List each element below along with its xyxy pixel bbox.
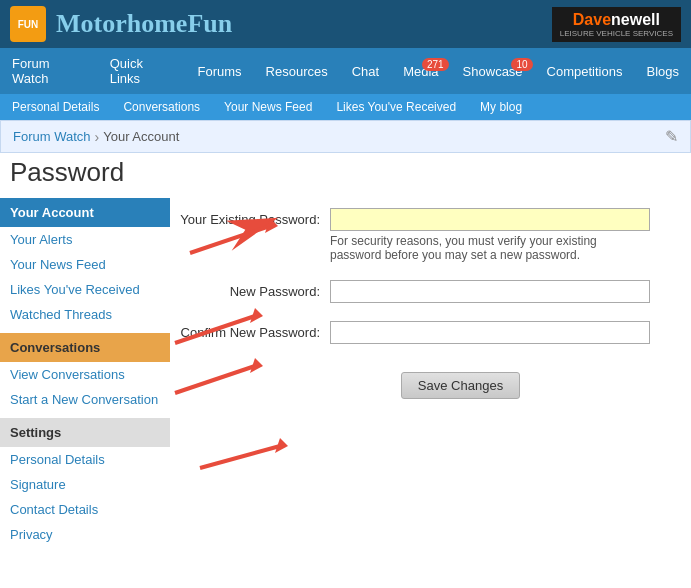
nav-forum-watch[interactable]: Forum Watch — [0, 48, 98, 94]
advertiser-banner: Davenewell LEISURE VEHICLE SERVICES — [552, 7, 681, 42]
save-changes-button[interactable]: Save Changes — [401, 372, 520, 399]
sidebar-watched-threads[interactable]: Watched Threads — [0, 302, 170, 327]
advertiser-sub: LEISURE VEHICLE SERVICES — [560, 29, 673, 38]
confirm-password-input[interactable] — [330, 321, 650, 344]
subnav-conversations[interactable]: Conversations — [119, 98, 204, 116]
main-navigation: Forum Watch Quick Links Forums Resources… — [0, 48, 691, 94]
nav-competitions[interactable]: Competitions — [535, 56, 635, 87]
sidebar-group-account: Your Account Your Alerts Your News Feed … — [0, 198, 170, 327]
sidebar: Your Account Your Alerts Your News Feed … — [0, 198, 170, 549]
nav-blogs[interactable]: Blogs — [634, 56, 691, 87]
confirm-password-row: Confirm New Password: — [180, 321, 681, 344]
new-password-field-container — [330, 280, 681, 303]
advertiser-name1: Dave — [573, 11, 611, 28]
confirm-password-field-container — [330, 321, 681, 344]
logo-part2: Fun — [187, 9, 232, 38]
sub-navigation: Personal Details Conversations Your News… — [0, 94, 691, 120]
logo-icon: FUN — [10, 6, 46, 42]
nav-resources[interactable]: Resources — [254, 56, 340, 87]
main-form-area: Your Existing Password: For security rea… — [170, 198, 691, 549]
sidebar-group-conversations: Conversations View Conversations Start a… — [0, 333, 170, 412]
page-title-area: Password — [0, 153, 691, 198]
subnav-personal-details[interactable]: Personal Details — [8, 98, 103, 116]
sidebar-new-conversation[interactable]: Start a New Conversation — [0, 387, 170, 412]
subnav-likes[interactable]: Likes You've Received — [332, 98, 460, 116]
page-title: Password — [10, 157, 681, 188]
sidebar-signature[interactable]: Signature — [0, 472, 170, 497]
breadcrumb-current: Your Account — [103, 129, 179, 144]
sidebar-contact-details[interactable]: Contact Details — [0, 497, 170, 522]
new-password-label: New Password: — [180, 280, 330, 301]
existing-password-row: Your Existing Password: For security rea… — [180, 208, 681, 262]
breadcrumb-forum-watch[interactable]: Forum Watch — [13, 129, 91, 144]
existing-password-hint: For security reasons, you must verify yo… — [330, 234, 650, 262]
breadcrumb: Forum Watch › Your Account ✎ — [0, 120, 691, 153]
breadcrumb-edit-icon: ✎ — [665, 127, 678, 146]
svg-line-7 — [200, 446, 280, 468]
content-body: Your Account Your Alerts Your News Feed … — [0, 198, 691, 549]
existing-password-input[interactable] — [330, 208, 650, 231]
confirm-password-label: Confirm New Password: — [180, 321, 330, 342]
logo-part1: Motorhome — [56, 9, 187, 38]
sidebar-privacy[interactable]: Privacy — [0, 522, 170, 547]
sidebar-news-feed[interactable]: Your News Feed — [0, 252, 170, 277]
site-logo: MotorhomeFun — [56, 9, 542, 39]
subnav-news-feed[interactable]: Your News Feed — [220, 98, 316, 116]
nav-chat[interactable]: Chat — [340, 56, 391, 87]
sidebar-view-conversations[interactable]: View Conversations — [0, 362, 170, 387]
save-button-row: Save Changes — [180, 362, 681, 409]
breadcrumb-separator: › — [95, 129, 100, 145]
site-header: FUN MotorhomeFun Davenewell LEISURE VEHI… — [0, 0, 691, 48]
sidebar-your-alerts[interactable]: Your Alerts — [0, 227, 170, 252]
showcase-badge: 10 — [511, 58, 532, 71]
media-badge: 271 — [422, 58, 449, 71]
existing-password-field-container: For security reasons, you must verify yo… — [330, 208, 681, 262]
sidebar-header-account: Your Account — [0, 198, 170, 227]
advertiser-name2: newell — [611, 11, 660, 28]
sidebar-header-conversations: Conversations — [0, 333, 170, 362]
nav-showcase[interactable]: Showcase10 — [451, 56, 535, 87]
subnav-blog[interactable]: My blog — [476, 98, 526, 116]
nav-forums[interactable]: Forums — [186, 56, 254, 87]
sidebar-header-settings: Settings — [0, 418, 170, 447]
sidebar-group-settings: Settings Personal Details Signature Cont… — [0, 418, 170, 547]
nav-quick-links[interactable]: Quick Links — [98, 48, 186, 94]
password-form: Your Existing Password: For security rea… — [180, 198, 681, 419]
existing-password-label: Your Existing Password: — [180, 208, 330, 229]
new-password-row: New Password: — [180, 280, 681, 303]
sidebar-likes-received[interactable]: Likes You've Received — [0, 277, 170, 302]
new-password-input[interactable] — [330, 280, 650, 303]
nav-media[interactable]: Media271 — [391, 56, 450, 87]
sidebar-personal-details[interactable]: Personal Details — [0, 447, 170, 472]
svg-marker-8 — [275, 438, 288, 453]
